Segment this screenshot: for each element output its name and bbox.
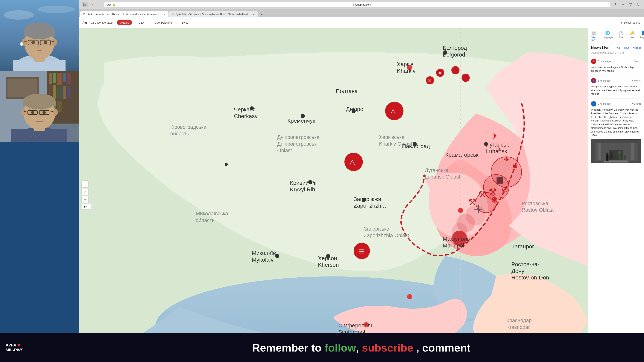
- login-icon: 👤: [641, 31, 644, 36]
- svg-text:область: область: [170, 131, 189, 136]
- svg-text:Ростов-на-: Ростов-на-: [512, 261, 539, 267]
- svg-rect-33: [57, 102, 62, 112]
- add-tab-button[interactable]: +: [259, 12, 264, 17]
- tab-news-live[interactable]: 📰 News Live: [588, 30, 600, 43]
- map-container[interactable]: ✕ ✕ ✈ ✈: [79, 28, 588, 362]
- svg-text:✈: ✈: [491, 132, 498, 140]
- svg-text:Kherson: Kherson: [318, 262, 339, 268]
- svg-text:Херсон: Херсон: [318, 255, 337, 261]
- tab-login-label: Login: [640, 36, 644, 39]
- news-item-3-source[interactable]: ↗ Source: [631, 102, 641, 105]
- svg-text:Дніпропетровськ: Дніпропетровськ: [277, 141, 317, 147]
- news-item-1-source[interactable]: ↗ Source: [631, 60, 641, 62]
- source-label-2: Source: [634, 79, 641, 82]
- tab-ukraine-map[interactable]: 🗺 Ukraine Interactive map - Ukraine Late…: [80, 11, 168, 17]
- aa-label: AA: [107, 3, 111, 6]
- svg-text:Маріуполь: Маріуполь: [443, 236, 470, 242]
- svg-point-42: [36, 136, 37, 137]
- crosshair-button[interactable]: ⊕: [82, 196, 88, 203]
- svg-text:Харків: Харків: [397, 61, 414, 67]
- tab-bar: 🗺 Ukraine Interactive map - Ukraine Late…: [79, 9, 644, 17]
- news-item-1-time-text: 5 hours ago: [598, 60, 611, 63]
- url-text[interactable]: liveuamap.com: [117, 3, 607, 6]
- svg-point-2: [38, 6, 75, 13]
- select-regions-button[interactable]: ◈ Select regions: [620, 21, 640, 24]
- share-button[interactable]: [612, 2, 618, 7]
- satellite-button[interactable]: SAT: [82, 204, 91, 210]
- news-list[interactable]: 🔴 5 hours ago ↗ Source Air defense worke…: [588, 56, 644, 355]
- svg-text:Запорізька: Запорізька: [364, 226, 390, 232]
- sidebar-toggle-button[interactable]: [82, 2, 88, 7]
- svg-text:Belgorod: Belgorod: [443, 52, 465, 58]
- news-item-1-text: Air defense worked against Shahed-type d…: [591, 65, 641, 72]
- tab2-close-button[interactable]: ✕: [252, 13, 255, 16]
- tab-time[interactable]: 🕐 Time: [616, 30, 626, 43]
- news-item-2-time-text: 6 hours ago: [598, 79, 611, 82]
- reload-button[interactable]: ↻: [635, 2, 641, 7]
- news-item-1-icon: 🔴: [591, 58, 596, 64]
- cta-comma2: ,: [416, 342, 419, 354]
- svg-text:⚒: ⚒: [468, 197, 476, 207]
- svg-text:△: △: [390, 107, 396, 115]
- svg-text:Полтава: Полтава: [336, 88, 358, 94]
- language-icon: 🌐: [605, 31, 610, 36]
- news-item-2-source[interactable]: ↗ Source: [631, 79, 641, 82]
- svg-text:Luhansk: Luhansk: [486, 148, 507, 154]
- svg-point-180: [610, 152, 613, 154]
- svg-text:⚒: ⚒: [488, 186, 497, 197]
- news-item-1-header: 🔴 5 hours ago ↗ Source: [591, 58, 641, 64]
- svg-text:⚑: ⚑: [512, 163, 518, 171]
- compass-button[interactable]: ◎: [82, 180, 88, 187]
- news-item-2-icon: 🔵: [591, 78, 596, 83]
- svg-rect-187: [631, 143, 634, 160]
- news-image-svg: [591, 139, 641, 164]
- svg-text:Белгород: Белгород: [443, 45, 467, 51]
- news-item-2-time: 🔵 6 hours ago: [591, 78, 611, 83]
- svg-point-41: [33, 134, 34, 135]
- svg-text:✕: ✕: [428, 78, 432, 84]
- tab-login[interactable]: 👤 Login: [637, 30, 644, 43]
- tweet-us-link[interactable]: Tweet us: [631, 46, 641, 49]
- svg-text:Oblast: Oblast: [277, 148, 292, 153]
- news-panel: 📰 News Live 🌐 Language 🕐 Time: [588, 28, 644, 362]
- map-and-news: ✕ ✕ ✈ ✈: [79, 28, 644, 362]
- svg-point-55: [31, 111, 34, 114]
- svg-text:☰: ☰: [359, 248, 364, 255]
- svg-point-84: [225, 163, 228, 166]
- fullscreen-button[interactable]: ⤢: [82, 188, 88, 195]
- nav-syria[interactable]: Syria: [178, 20, 190, 25]
- news-item-3-time-text: 9 hours ago: [598, 102, 611, 105]
- svg-point-39: [28, 134, 29, 135]
- new-tab-button[interactable]: +: [620, 2, 626, 7]
- svg-text:Luhansk Oblast: Luhansk Oblast: [425, 174, 460, 180]
- about-link[interactable]: About: [623, 46, 629, 49]
- svg-rect-58: [84, 4, 86, 4]
- tab-language[interactable]: 🌐 Language: [600, 30, 616, 43]
- svg-text:△: △: [350, 158, 355, 166]
- nav-usa[interactable]: USA: [136, 20, 147, 25]
- browser-chrome: ‹ › AA 🔒 liveuamap.com +: [79, 0, 644, 18]
- nav-ukraine[interactable]: Ukraine: [117, 20, 132, 25]
- news-item-2: 🔵 6 hours ago ↗ Source Multiple Shahed-t…: [591, 76, 641, 99]
- lock-icon: 🔒: [112, 3, 116, 6]
- brand-name-avfa: AVFA: [6, 343, 73, 348]
- forward-button[interactable]: ›: [96, 2, 102, 7]
- svg-text:Черкаси: Черкаси: [234, 106, 256, 112]
- back-button[interactable]: ‹: [90, 2, 95, 7]
- svg-point-90: [451, 66, 460, 74]
- svg-rect-179: [606, 155, 608, 160]
- tab-key[interactable]: 🔑 Key: [626, 30, 637, 43]
- tab-nyt[interactable]: 📰 Syria Rebels Take Aleppo Airport and A…: [169, 11, 258, 17]
- svg-text:Kryvyi Rih: Kryvyi Rih: [290, 186, 315, 192]
- news-panel-title: News Live: [591, 46, 609, 50]
- tab1-close-button[interactable]: ✕: [163, 13, 166, 16]
- cta-remember-text: Remember to: [252, 342, 322, 354]
- nav-israel-palestine[interactable]: Israel-Palestine: [151, 20, 175, 25]
- svg-text:Кіровоградська: Кіровоградська: [170, 124, 207, 130]
- bottom-cta: Remember to follow , subscribe , comment: [79, 342, 644, 354]
- address-bar[interactable]: AA 🔒 liveuamap.com: [104, 2, 610, 8]
- windows-button[interactable]: [628, 2, 634, 7]
- svg-rect-24: [63, 73, 66, 82]
- svg-rect-38: [11, 129, 68, 142]
- api-link[interactable]: Api: [617, 46, 620, 49]
